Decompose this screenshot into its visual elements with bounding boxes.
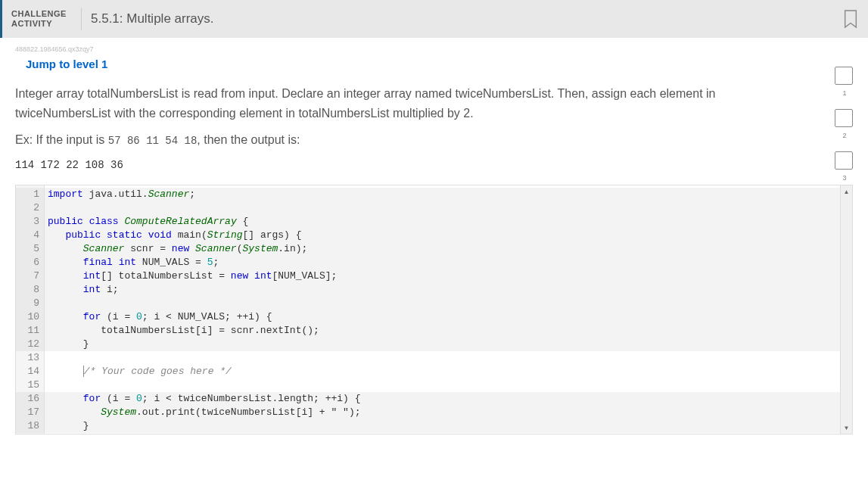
code-editor[interactable]: 123456789101112131415161718 import java.… [15,185,853,434]
challenge-activity-label: CHALLENGEACTIVITY [11,9,72,29]
code-line: for (i = 0; i < NUM_VALS; ++i) { [45,310,840,324]
line-number: 8 [16,283,44,297]
line-number: 10 [16,310,44,324]
code-line: final int NUM_VALS = 5; [45,256,840,269]
example-output: 114 172 22 108 36 [15,159,853,171]
line-number: 12 [16,338,44,351]
code-line: public class ComputeRelatedArray { [45,215,840,229]
step-number: 2 [835,132,854,139]
scroll-down-arrow[interactable]: ▼ [841,422,852,434]
line-number: 11 [16,324,44,338]
line-number: 14 [16,365,44,378]
prompt-text: Integer array totalNumbersList is read f… [15,84,757,123]
example-prefix: Ex: If the input is [15,133,108,146]
code-line: System.out.print(twiceNumbersList[i] + "… [45,406,840,419]
line-number: 2 [16,201,44,215]
content-area: 488822.1984656.qx3zqy7 Jump to level 1 I… [0,38,868,434]
line-number: 16 [16,392,44,406]
code-line: Scanner scnr = new Scanner(System.in); [45,242,840,256]
code-line: totalNumbersList[i] = scnr.nextInt(); [45,324,840,338]
line-number: 4 [16,229,44,242]
bookmark-icon[interactable] [842,9,859,29]
step-number: 3 [835,174,854,182]
vertical-scrollbar[interactable]: ▲ ▼ [840,185,852,434]
code-line [45,201,840,215]
code-line: import java.util.Scanner; [45,188,840,201]
line-number: 7 [16,269,44,283]
activity-id: 488822.1984656.qx3zqy7 [15,45,853,53]
step-number: 1 [835,89,854,97]
code-line: int i; [45,283,840,297]
line-number: 15 [16,378,44,392]
code-line: int[] totalNumbersList = new int[NUM_VAL… [45,269,840,283]
step-box-3[interactable] [835,151,853,170]
code-line [45,297,840,310]
code-line: for (i = 0; i < twiceNumbersList.length;… [45,392,840,406]
step-box-1[interactable] [835,67,853,85]
jump-to-level-link[interactable]: Jump to level 1 [26,58,107,70]
code-line[interactable] [45,351,840,365]
line-number: 6 [16,256,44,269]
header-divider [81,8,82,30]
line-number: 17 [16,406,44,419]
example-line: Ex: If the input is 57 86 11 54 18, then… [15,133,853,147]
example-suffix: , then the output is: [197,133,300,146]
code-line: } [45,419,840,433]
line-number: 5 [16,242,44,256]
line-number: 3 [16,215,44,229]
code-line[interactable]: /* Your code goes here */ [45,365,840,378]
steps-sidebar: 123 [835,67,854,194]
code-line[interactable] [45,378,840,392]
code-content[interactable]: import java.util.Scanner;public class Co… [45,185,840,434]
line-number: 13 [16,351,44,365]
step-box-2[interactable] [835,109,853,127]
line-number: 18 [16,419,44,433]
line-number: 9 [16,297,44,310]
example-input: 57 86 11 54 18 [108,135,198,147]
code-line: } [45,338,840,351]
line-number: 1 [16,188,44,201]
code-line: public static void main(String[] args) { [45,229,840,242]
line-number-gutter: 123456789101112131415161718 [16,185,45,434]
activity-title: 5.5.1: Multiple arrays. [91,11,214,26]
challenge-header: CHALLENGEACTIVITY 5.5.1: Multiple arrays… [0,0,868,38]
